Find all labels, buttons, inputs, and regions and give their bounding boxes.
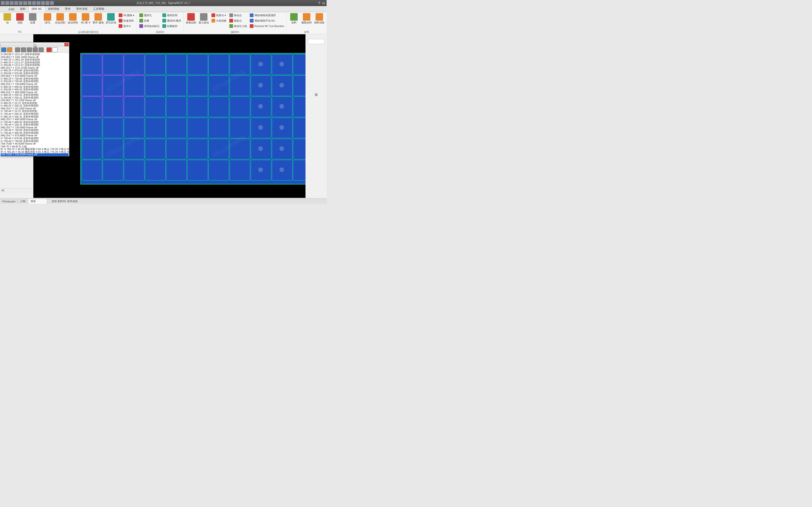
nested-part[interactable] [230,160,250,180]
ribbon-button[interactable]: 动 [1,13,13,30]
ribbon-button-small[interactable]: 重排NC顺序 [161,18,182,23]
qat-btn[interactable] [10,1,14,5]
nested-part[interactable] [187,97,208,117]
nested-part[interactable] [208,97,229,117]
ribbon-button-small[interactable]: 留冲 ▾ [118,23,135,29]
ribbon-button-small[interactable]: 增加/移除高度感应 [249,13,285,18]
nested-part[interactable] [124,54,145,75]
nested-part[interactable] [124,118,145,138]
nested-part[interactable] [293,97,305,117]
nested-part[interactable] [82,54,102,75]
nested-part[interactable] [230,97,250,117]
ribbon-button-small[interactable]: 移动引入线 [229,23,248,29]
nested-part[interactable] [82,118,102,138]
qat-btn[interactable] [1,1,5,5]
ribbon-button-small[interactable]: Reverse NC Cut Direction [249,23,285,29]
menu-tab[interactable]: 零件详情 [73,6,90,12]
ribbon-button[interactable]: 转角回路 [185,13,197,30]
ribbon-button-small[interactable]: 移动点 [229,13,248,18]
nested-part[interactable] [145,139,166,159]
nc-line[interactable]: 490.2517 Y 490.5000 Flame off [1,118,68,121]
ribbon-button-small[interactable]: 热变勾 ▾ [210,13,227,18]
nested-part[interactable] [124,97,145,117]
qat-btn[interactable] [50,1,54,5]
nested-part[interactable] [124,160,145,180]
nested-part[interactable] [166,118,187,138]
menu-tab[interactable]: 零件 [62,6,73,12]
ribbon-button[interactable]: 插入移动 [198,13,210,30]
nc-line[interactable]: X 490.25 Y 1451.26 没有补偿切割 [1,58,68,61]
ribbon-button-small[interactable]: 增加/移除手动 NC [249,18,285,23]
nested-part[interactable] [103,75,123,96]
qat-btn[interactable] [41,1,45,5]
ribbon-button-small[interactable]: 相同应用 [161,13,182,18]
nested-part[interactable] [230,54,250,75]
nest-canvas[interactable]: XSuperMESXSuperMESXSuperMESXSuperMES [33,34,305,198]
ribbon-button-small[interactable]: 预穿孔 [138,13,160,18]
qat-btn[interactable] [37,1,40,5]
sim-stop-icon[interactable] [27,47,32,52]
nested-part[interactable] [208,54,229,75]
ribbon-button[interactable]: 后置 [27,13,39,30]
ribbon-button[interactable]: 余料 [288,13,300,30]
panel-header[interactable]: × [0,43,69,47]
right-panel-header[interactable] [308,39,324,44]
nested-part[interactable] [230,118,250,138]
nested-part[interactable] [187,54,208,75]
ribbon-button-small[interactable]: NC圆角 ▾ [118,13,135,18]
ribbon-button[interactable]: 自动串割 [67,13,79,30]
nested-part[interactable] [293,118,305,138]
sim-prev-icon[interactable] [33,47,38,52]
menu-tab[interactable] [0,10,6,12]
nc-simulation-panel[interactable]: × X 250.06 Y 1211.07 没有补偿切割250.0617 Y 14… [0,42,69,156]
nested-part[interactable] [187,160,208,180]
nested-part[interactable] [208,75,229,96]
nested-part[interactable] [145,54,166,75]
status-search[interactable]: 搜索 [28,199,47,204]
nested-part[interactable] [82,97,102,117]
nc-line[interactable]: X 250.06 Y 1211.07 没有补偿切割 [1,53,68,56]
nested-part[interactable] [293,139,305,159]
nested-part[interactable] [82,75,102,96]
ribbon-button-small[interactable]: 吹模 [138,18,160,23]
ribbon-button[interactable]: 找料切除 [313,13,325,30]
nested-part[interactable] [166,97,187,117]
nested-part[interactable] [187,75,208,96]
menu-tab[interactable]: 排料 NC [29,6,45,12]
nested-part[interactable] [103,160,123,180]
help-icon[interactable]: ? [318,1,320,5]
nested-part[interactable] [145,97,166,117]
qat-btn[interactable] [5,1,9,5]
ribbon-button[interactable]: 共边切割 [54,13,66,30]
sim-first-icon[interactable] [15,47,20,52]
qat-btn[interactable] [14,1,18,5]
ribbon-button-small[interactable]: 排列自动标记 [138,23,160,29]
nested-part[interactable] [103,139,123,159]
nc-line[interactable]: 针 X 769.75 Y 45.43 随机存取 0.50 X-终点 770.25… [1,148,68,151]
nested-part[interactable] [208,139,229,159]
nc-line[interactable]: X 730.44 Y 250.31 没有补偿切割 [1,113,68,115]
nc-line[interactable]: 490.2517 Y 730.6900 Flame off [1,83,68,86]
sim-config-icon[interactable] [7,47,12,52]
ribbon-button[interactable]: 零件-避免 [92,13,104,30]
nested-part[interactable] [166,54,187,75]
nested-part[interactable] [145,118,166,138]
nc-line[interactable]: X 250.06 Y 490.50 没有补偿切割 [1,88,68,91]
nested-part[interactable] [293,160,305,180]
menu-tab[interactable]: CAD [6,7,17,12]
nested-part[interactable] [293,75,305,96]
menu-tab[interactable]: 排料明细 [45,6,62,12]
nested-part[interactable] [187,118,208,138]
nc-line[interactable]: X 730.44 Y 970.88 没有补偿切割 [1,137,68,140]
nested-part[interactable] [230,139,250,159]
status-machine[interactable]: PrimaLaser [0,199,18,204]
nested-part[interactable] [82,139,102,159]
sim-play-icon[interactable] [21,47,26,52]
nested-part[interactable] [82,160,102,180]
nc-line[interactable]: 764.7538 Y 44.9299 Flame off [1,143,68,145]
close-icon[interactable]: × [64,43,68,46]
ribbon-button[interactable]: 穿孔区域 [105,13,117,30]
qat-btn[interactable] [46,1,49,5]
ribbon-button[interactable]: 清除 [14,13,26,30]
nested-part[interactable] [208,160,229,180]
